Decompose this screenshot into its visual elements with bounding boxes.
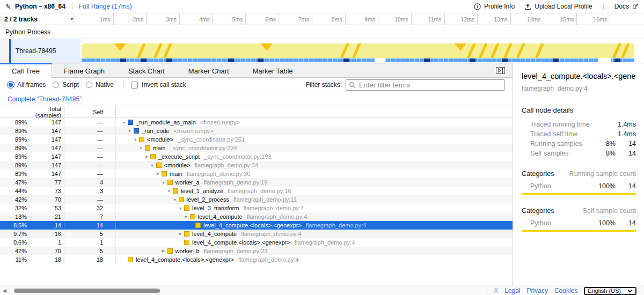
search-icon [349, 82, 356, 88]
full-range-link[interactable]: Full Range (17ms) [79, 3, 132, 10]
tracks-dropdown[interactable]: 2 / 2 tracks ▼ [0, 13, 80, 25]
radio-icon [8, 82, 14, 88]
call-tree-row[interactable]: 0.6%11level_4_compute.<locals>.<genexpr>… [0, 238, 513, 247]
footer-link-cookies[interactable]: Cookies [554, 287, 577, 294]
call-tree-row[interactable]: 42%705▶worker_bflamegraph_demo.py:23 [0, 247, 513, 255]
cell-category-spacer [106, 152, 116, 161]
expand-open-icon[interactable]: ▼ [171, 198, 179, 202]
edit-pencil-icon[interactable]: ✎ [5, 3, 11, 11]
function-name: worker_a [175, 179, 200, 186]
cell-total-samples: 21 [27, 212, 64, 221]
sidebar-detail-row: Traced self time1.4ms [522, 129, 636, 139]
call-tree-row[interactable]: 47%774▼worker_aflamegraph_demo.py:19 [0, 178, 513, 187]
cell-category-spacer [106, 238, 116, 247]
thread-label[interactable]: Thread-78495 [11, 39, 80, 63]
expand-open-icon[interactable]: ▼ [143, 155, 150, 159]
detail-value: 1.4ms [618, 130, 636, 138]
expand-open-icon[interactable]: ▼ [120, 121, 128, 124]
call-tree-row[interactable]: 11%1818level_4_compute.<locals>.<genexpr… [0, 255, 513, 264]
tab-marker-table[interactable]: Marker Table [241, 63, 305, 77]
scroll-left-arrow[interactable]: ◀ [0, 288, 9, 293]
call-tree-row[interactable]: 32%5332▼level_3_transformflamegraph_demo… [0, 204, 513, 212]
category-square-icon [150, 154, 156, 159]
cell-total-samples: 147 [27, 135, 64, 144]
language-select[interactable]: English (US) [584, 287, 636, 295]
expand-open-icon[interactable]: ▼ [131, 138, 139, 142]
call-tree-row[interactable]: 89%147—▼<module>flamegraph_demo.py:34 [0, 161, 513, 169]
col-header-self[interactable]: Self [64, 106, 106, 117]
tab-stack-chart[interactable]: Stack Chart [116, 63, 177, 77]
category-square-icon [195, 223, 201, 228]
function-name: _run_module_as_main [136, 119, 196, 126]
cell-self: 14 [64, 221, 106, 230]
expand-open-icon[interactable]: ▼ [126, 129, 134, 133]
cell-total-samples: 147 [27, 169, 64, 178]
upload-label: Upload Local Profile [535, 3, 592, 10]
expand-open-icon[interactable]: ▼ [160, 181, 167, 185]
process-track-header[interactable]: Python Process [0, 25, 644, 39]
profile-info-button[interactable]: Profile Info [474, 3, 515, 10]
category-square-icon [128, 257, 133, 262]
cell-total-percent: 9.7% [0, 231, 27, 237]
call-tree-row[interactable]: 89%147—▼<module>_sync_coordinator.py:251 [0, 135, 513, 144]
footer-link-privacy[interactable]: Privacy [527, 287, 548, 294]
expand-open-icon[interactable]: ▼ [177, 206, 184, 210]
invert-call-stack-checkbox[interactable]: Invert call stack [131, 81, 186, 88]
time-ruler[interactable]: 1ms2ms3ms4ms5ms6ms7ms8ms9ms10ms11ms12ms1… [80, 13, 644, 25]
expand-closed-icon[interactable]: ▶ [177, 232, 184, 236]
cell-total-percent: 89% [0, 119, 27, 126]
call-tree-row[interactable]: 89%147—▼mainflamegraph_demo.py:30 [0, 169, 513, 178]
call-tree-row[interactable]: 89%147—▼_execute_script_sync_coordinator… [0, 152, 513, 161]
expand-closed-icon[interactable]: ▶ [160, 249, 167, 253]
expand-open-icon[interactable]: ▼ [154, 172, 162, 176]
breadcrumb-complete-thread[interactable]: Complete “Thread-78495” [8, 95, 82, 103]
filter-stacks-input[interactable] [346, 79, 505, 91]
thread-activity-graph[interactable] [80, 39, 644, 63]
categories-label: Categories [522, 207, 554, 215]
cell-total-percent: 8.5% [0, 222, 27, 228]
process-label: Python Process [5, 28, 50, 36]
file-location: _sync_coordinator.py:234 [170, 145, 237, 151]
call-tree-row[interactable]: 9.7%165▶level_4_computeflamegraph_demo.p… [0, 230, 513, 238]
upload-profile-button[interactable]: Upload Local Profile [524, 3, 592, 10]
expand-open-icon[interactable]: ▼ [165, 189, 173, 193]
call-tree-row[interactable]: 42%70—▼level_2_processflamegraph_demo.py… [0, 195, 513, 204]
sidebar-toggle-button[interactable] [496, 63, 513, 77]
tab-marker-chart[interactable]: Marker Chart [177, 63, 241, 77]
cell-self: — [64, 127, 106, 135]
tab-flame-graph[interactable]: Flame Graph [52, 63, 116, 77]
expand-open-icon[interactable]: ▼ [182, 215, 190, 219]
divider [123, 80, 123, 89]
docs-link[interactable]: Docs [614, 3, 639, 10]
call-tree-panel: Call Tree Flame Graph Stack Chart Marker… [0, 63, 513, 286]
radio-all-frames[interactable]: All frames [8, 81, 46, 88]
category-percent: 100% [598, 219, 616, 227]
call-tree-row[interactable]: 89%147—▼main_sync_coordinator.py:234 [0, 144, 513, 152]
function-name: _execute_script [158, 153, 200, 160]
profile-name[interactable]: Python – x86_64 [15, 3, 65, 10]
radio-script[interactable]: Script [53, 81, 79, 88]
radio-native[interactable]: Native [86, 81, 114, 88]
horizontal-scrollbar[interactable] [9, 286, 357, 295]
cell-self: 1 [64, 238, 106, 247]
expand-open-icon[interactable]: ▼ [137, 146, 145, 150]
scrollbar-thumb[interactable] [14, 289, 160, 293]
cell-total-percent: 42% [0, 196, 27, 203]
tab-call-tree[interactable]: Call Tree [0, 63, 52, 78]
cell-function: ▼level_1_analyzeflamegraph_demo.py:16 [116, 187, 513, 195]
call-tree-row[interactable]: 89%147—▼_run_code<frozen runpy> [0, 127, 513, 135]
call-tree-row[interactable]: 89%147—▼_run_module_as_main<frozen runpy… [0, 118, 513, 127]
footer-close-link[interactable]: X [494, 287, 498, 294]
col-header-total[interactable]: Total (samples) [27, 106, 64, 117]
category-square-icon [162, 171, 167, 176]
call-tree-row[interactable]: 8.5%1414level_4_compute.<locals>.<genexp… [0, 221, 513, 230]
category-square-icon [167, 248, 173, 254]
file-location: _sync_coordinator.py:251 [178, 136, 245, 143]
expand-open-icon[interactable]: ▼ [149, 164, 156, 167]
call-tree-row[interactable]: 44%733▼level_1_analyzeflamegraph_demo.py… [0, 187, 513, 195]
thread-track[interactable]: Thread-78495 [0, 39, 644, 63]
call-tree-row[interactable]: 13%217▼level_4_computeflamegraph_demo.py… [0, 212, 513, 221]
footer-link-legal[interactable]: Legal [504, 287, 520, 294]
cell-function: ▼_execute_script_sync_coordinator.py:193 [116, 152, 513, 161]
thread-name: Thread-78495 [16, 47, 56, 55]
